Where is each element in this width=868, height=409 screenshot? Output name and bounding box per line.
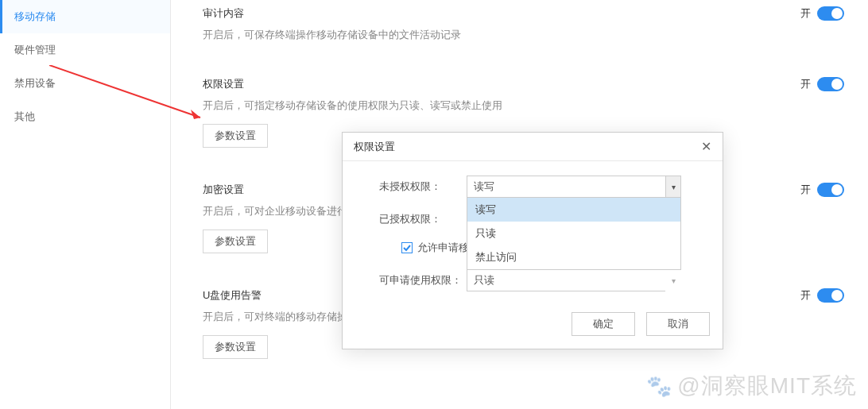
dropdown-item[interactable]: 只读 xyxy=(467,222,680,245)
toggle-encrypt[interactable]: 开 xyxy=(800,183,844,197)
form-label: 已授权权限： xyxy=(379,212,467,226)
select-value[interactable]: 读写 xyxy=(467,176,681,198)
select-value[interactable]: 只读 xyxy=(467,269,681,291)
param-settings-button[interactable]: 参数设置 xyxy=(203,124,268,148)
dropdown-item[interactable]: 读写 xyxy=(467,198,680,222)
section-title: U盘使用告警 xyxy=(203,288,262,303)
close-icon[interactable]: ✕ xyxy=(701,139,711,154)
section-title: 审计内容 xyxy=(203,6,244,21)
sidebar-item-label: 硬件管理 xyxy=(14,44,56,56)
toggle-label: 开 xyxy=(800,77,811,91)
sidebar-item-label: 其他 xyxy=(14,110,35,122)
select-apply-permission[interactable]: 只读 ▾ xyxy=(467,269,681,291)
sidebar-item-other[interactable]: 其他 xyxy=(0,100,170,133)
sidebar-item-label: 移动存储 xyxy=(14,10,56,22)
toggle-switch[interactable] xyxy=(817,77,844,91)
row-unauth-permission: 未授权权限： 读写 ▾ 读写 只读 禁止访问 xyxy=(379,176,705,198)
param-settings-button[interactable]: 参数设置 xyxy=(203,335,268,359)
toggle-label: 开 xyxy=(800,183,811,197)
section-audit: 审计内容 开 开启后，可保存终端操作移动存储设备中的文件活动记录 xyxy=(203,0,844,53)
dialog-footer: 确定 取消 xyxy=(343,304,723,349)
toggle-switch[interactable] xyxy=(817,288,844,303)
sidebar-item-hardware[interactable]: 硬件管理 xyxy=(0,33,170,67)
row-apply-permission: 可申请使用权限： 只读 ▾ xyxy=(379,269,705,291)
form-label: 未授权权限： xyxy=(379,179,467,194)
toggle-label: 开 xyxy=(800,288,811,303)
param-settings-button[interactable]: 参数设置 xyxy=(203,230,268,253)
toggle-permission[interactable]: 开 xyxy=(800,77,844,91)
section-desc: 开启后，可指定移动存储设备的使用权限为只读、读写或禁止使用 xyxy=(203,99,844,113)
chevron-down-icon[interactable]: ▾ xyxy=(665,176,681,198)
sidebar-item-disable-device[interactable]: 禁用设备 xyxy=(0,67,170,100)
paw-icon: 🐾 xyxy=(646,374,672,399)
dialog-title: 权限设置 xyxy=(354,140,395,154)
dialog-body: 未授权权限： 读写 ▾ 读写 只读 禁止访问 已授权权限： 允许申请移动存储使用… xyxy=(343,161,723,304)
select-unauth-permission[interactable]: 读写 ▾ 读写 只读 禁止访问 xyxy=(467,176,681,198)
dropdown-list: 读写 只读 禁止访问 xyxy=(467,197,681,270)
cancel-button[interactable]: 取消 xyxy=(646,312,710,336)
chevron-down-icon[interactable]: ▾ xyxy=(665,269,681,291)
section-desc: 开启后，可保存终端操作移动存储设备中的文件活动记录 xyxy=(203,29,844,42)
section-title: 加密设置 xyxy=(203,183,244,197)
dialog-header: 权限设置 ✕ xyxy=(343,133,723,161)
form-label: 可申请使用权限： xyxy=(379,273,467,287)
ok-button[interactable]: 确定 xyxy=(572,312,635,336)
sidebar-item-label: 禁用设备 xyxy=(14,77,56,89)
toggle-switch[interactable] xyxy=(817,6,844,21)
dropdown-item[interactable]: 禁止访问 xyxy=(467,245,680,269)
toggle-audit[interactable]: 开 xyxy=(800,6,844,21)
watermark-text: @洞察眼MIT系统 xyxy=(677,371,857,401)
toggle-label: 开 xyxy=(800,6,811,21)
toggle-usb-alarm[interactable]: 开 xyxy=(800,288,844,303)
checkbox-approve[interactable] xyxy=(401,242,413,253)
watermark: 🐾 @洞察眼MIT系统 xyxy=(646,371,857,401)
sidebar-item-removable-storage[interactable]: 移动存储 xyxy=(0,0,170,33)
permission-dialog: 权限设置 ✕ 未授权权限： 读写 ▾ 读写 只读 禁止访问 已授权权限： 允许申… xyxy=(342,132,723,349)
toggle-switch[interactable] xyxy=(817,183,844,197)
section-title: 权限设置 xyxy=(203,77,244,91)
sidebar: 移动存储 硬件管理 禁用设备 其他 xyxy=(0,0,171,409)
